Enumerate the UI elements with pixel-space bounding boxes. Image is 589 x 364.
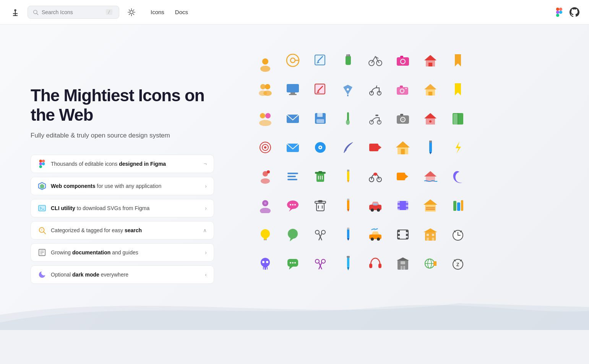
darkmode-feature-item[interactable]: Optional dark mode everywhere ‹ xyxy=(31,265,214,284)
svg-rect-213 xyxy=(263,267,268,270)
search-box[interactable]: / xyxy=(28,6,119,19)
navbar: / Icons Docs xyxy=(0,0,589,24)
icon-headphones xyxy=(362,251,388,277)
darkmode-feature-arrow: ‹ xyxy=(205,272,207,278)
svg-point-212 xyxy=(261,258,270,267)
nav-link-icons[interactable]: Icons xyxy=(147,6,168,18)
svg-point-49 xyxy=(347,54,349,56)
cli-feature-item[interactable]: CLI utility to download SVGs from Figma … xyxy=(31,199,214,217)
icon-bookmark xyxy=(445,47,471,73)
icon-car-wash xyxy=(362,222,388,248)
svg-marker-28 xyxy=(40,184,44,189)
figma-feature-text: Thousands of editable icons designed in … xyxy=(51,161,166,167)
icon-trash xyxy=(307,163,333,189)
search-feature-item[interactable]: Categorized & tagged for easy search ∧ xyxy=(31,221,214,239)
svg-rect-44 xyxy=(315,55,325,65)
svg-rect-127 xyxy=(287,179,297,180)
svg-rect-234 xyxy=(401,261,405,264)
icon-books xyxy=(445,193,471,218)
svg-line-15 xyxy=(133,10,134,10)
svg-rect-229 xyxy=(347,256,350,258)
svg-marker-141 xyxy=(405,174,408,179)
svg-rect-203 xyxy=(432,234,434,236)
web-components-feature-item[interactable]: Web components for use with any applicat… xyxy=(31,177,214,195)
svg-rect-22 xyxy=(39,160,42,162)
hero-subtitle: Fully editable & truly open source desig… xyxy=(31,132,214,139)
icon-scooter2 xyxy=(362,105,388,131)
icon-video xyxy=(362,134,388,160)
docs-feature-item[interactable]: Growing documentation and guides › xyxy=(31,243,214,262)
svg-point-42 xyxy=(290,58,295,63)
svg-rect-134 xyxy=(347,170,349,180)
cli-feature-text: CLI utility to download SVGs from Figma xyxy=(51,205,149,211)
svg-rect-231 xyxy=(378,264,381,268)
svg-point-40 xyxy=(260,66,270,72)
svg-rect-235 xyxy=(401,266,402,270)
svg-marker-59 xyxy=(455,54,461,66)
icon-bike xyxy=(362,47,388,73)
svg-marker-119 xyxy=(429,152,432,154)
icon-pen-edit xyxy=(307,76,333,102)
hero-title: The Mightiest Icons on the Web xyxy=(31,86,214,125)
icon-target xyxy=(252,134,278,160)
search-input[interactable] xyxy=(42,9,103,15)
svg-point-214 xyxy=(262,261,264,263)
svg-line-7 xyxy=(37,13,38,15)
svg-rect-25 xyxy=(39,165,42,168)
svg-rect-197 xyxy=(398,238,400,239)
svg-marker-158 xyxy=(347,209,349,212)
docs-feature-arrow: › xyxy=(205,249,207,256)
icon-film xyxy=(390,193,416,218)
icon-brush xyxy=(335,105,361,131)
svg-rect-103 xyxy=(453,114,458,125)
search-feature-text: Categorized & tagged for easy search xyxy=(51,227,142,233)
figma-icon[interactable] xyxy=(554,7,565,18)
svg-rect-24 xyxy=(39,162,42,165)
svg-marker-99 xyxy=(424,113,436,118)
icon-lightning xyxy=(445,134,471,160)
svg-line-14 xyxy=(133,14,134,15)
svg-rect-98 xyxy=(400,114,403,116)
svg-point-107 xyxy=(264,146,266,149)
svg-point-8 xyxy=(130,10,133,13)
svg-rect-90 xyxy=(347,112,349,121)
svg-line-33 xyxy=(44,232,45,234)
nav-link-docs[interactable]: Docs xyxy=(171,6,192,18)
svg-rect-190 xyxy=(347,228,349,230)
hero-left: The Mightiest Icons on the Web Fully edi… xyxy=(0,24,237,330)
icon-chat2 xyxy=(280,251,306,277)
github-icon[interactable] xyxy=(569,7,580,18)
svg-rect-47 xyxy=(346,56,351,65)
svg-point-34 xyxy=(41,229,43,231)
logo[interactable] xyxy=(9,6,21,18)
svg-rect-195 xyxy=(398,230,400,232)
figma-feature-item[interactable]: Thousands of editable icons designed in … xyxy=(31,155,214,173)
svg-rect-232 xyxy=(398,260,408,270)
svg-point-26 xyxy=(42,162,45,165)
svg-rect-77 xyxy=(400,86,403,87)
svg-point-21 xyxy=(559,11,562,14)
svg-rect-188 xyxy=(347,228,349,238)
svg-rect-23 xyxy=(42,160,45,162)
svg-rect-78 xyxy=(405,88,407,89)
svg-point-70 xyxy=(347,88,349,91)
svg-rect-88 xyxy=(317,113,323,117)
icon-mail xyxy=(280,105,306,131)
svg-point-149 xyxy=(290,204,291,205)
svg-point-111 xyxy=(320,147,321,148)
svg-rect-140 xyxy=(397,173,405,180)
theme-toggle-button[interactable] xyxy=(125,6,138,18)
svg-rect-199 xyxy=(406,234,408,236)
svg-point-222 xyxy=(294,262,296,264)
icon-bulb xyxy=(252,222,278,248)
icon-house4 xyxy=(390,134,416,160)
svg-line-16 xyxy=(129,14,130,15)
svg-rect-167 xyxy=(398,209,400,210)
search-feature-arrow: ∧ xyxy=(203,227,207,233)
icon-garage xyxy=(417,193,443,218)
web-components-feature-icon xyxy=(38,182,46,190)
svg-rect-18 xyxy=(559,8,562,11)
svg-point-221 xyxy=(292,262,294,264)
figma-feature-icon xyxy=(38,160,46,168)
svg-marker-183 xyxy=(290,238,294,241)
